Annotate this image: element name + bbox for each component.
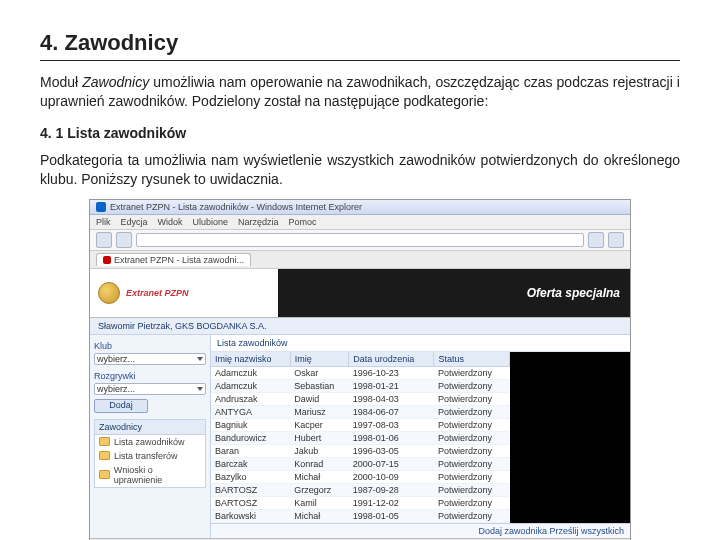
table-area: Imię nazwiskoImięData urodzeniaStatus Ad…	[211, 352, 510, 523]
table-row[interactable]: BandurowiczHubert1998-01-06Potwierdzony	[211, 431, 510, 444]
klub-select[interactable]: wybierz...	[94, 353, 206, 365]
table-header[interactable]: Data urodzenia	[349, 352, 434, 367]
table-row[interactable]: BARTOSZGrzegorz1987-09-28Potwierdzony	[211, 483, 510, 496]
menu-edit[interactable]: Edycja	[121, 217, 148, 227]
menu-view[interactable]: Widok	[158, 217, 183, 227]
rozgrywki-label: Rozgrywki	[94, 369, 206, 383]
menu-tools[interactable]: Narzędzia	[238, 217, 279, 227]
pzpn-logo-icon	[98, 282, 120, 304]
sidebar-item-requests[interactable]: Wnioski o uprawnienie	[95, 463, 205, 487]
tab-strip: Extranet PZPN - Lista zawodni...	[90, 251, 630, 269]
refresh-button[interactable]	[588, 232, 604, 248]
browser-tab[interactable]: Extranet PZPN - Lista zawodni...	[96, 253, 251, 266]
sidebar-section: Zawodnicy Lista zawodników Lista transfe…	[94, 419, 206, 488]
breadcrumb: Sławomir Pietrzak, GKS BOGDANKA S.A.	[90, 318, 630, 335]
site-banner: Extranet PZPN Oferta specjalna	[90, 269, 630, 318]
section-heading: 4. Zawodnicy	[40, 30, 680, 61]
sidebar-item-list[interactable]: Lista zawodników	[95, 435, 205, 449]
menubar[interactable]: Plik Edycja Widok Ulubione Narzędzia Pom…	[90, 215, 630, 230]
back-button[interactable]	[96, 232, 112, 248]
preview-panel	[510, 352, 630, 523]
window-title: Extranet PZPN - Lista zawodników - Windo…	[110, 202, 362, 212]
ad-banner[interactable]: Oferta specjalna	[278, 269, 630, 317]
table-row[interactable]: AdamczukSebastian1998-01-21Potwierdzony	[211, 379, 510, 392]
window-titlebar: Extranet PZPN - Lista zawodników - Windo…	[90, 200, 630, 215]
address-bar[interactable]	[136, 233, 584, 247]
table-header[interactable]: Status	[434, 352, 510, 367]
table-row[interactable]: AdamczukOskar1996-10-23Potwierdzony	[211, 366, 510, 379]
table-footer[interactable]: Dodaj zawodnika Prześlij wszystkich	[211, 523, 630, 538]
intro-paragraph: Moduł Zawodnicy umożliwia nam operowanie…	[40, 73, 680, 111]
ad-title: Oferta specjalna	[527, 286, 620, 300]
subsection-heading: 4. 1 Lista zawodników	[40, 125, 680, 141]
table-row[interactable]: BarkowskiMichał1998-01-05Potwierdzony	[211, 509, 510, 522]
table-row[interactable]: BaranJakub1996-03-05Potwierdzony	[211, 444, 510, 457]
folder-icon	[99, 470, 110, 479]
sidebar-item-transfers[interactable]: Lista transferów	[95, 449, 205, 463]
stop-button[interactable]	[608, 232, 624, 248]
table-row[interactable]: BagniukKacper1997-08-03Potwierdzony	[211, 418, 510, 431]
subsection-paragraph: Podkategoria ta umożliwia nam wyświetlen…	[40, 151, 680, 189]
brand-area: Extranet PZPN	[90, 269, 278, 317]
forward-button[interactable]	[116, 232, 132, 248]
table-row[interactable]: ANTYGAMariusz1984-06-07Potwierdzony	[211, 405, 510, 418]
table-row[interactable]: BazylkoMichał2000-10-09Potwierdzony	[211, 470, 510, 483]
folder-icon	[99, 437, 110, 446]
table-row[interactable]: AndruszakDawid1998-04-03Potwierdzony	[211, 392, 510, 405]
players-table: Imię nazwiskoImięData urodzeniaStatus Ad…	[211, 352, 510, 523]
menu-fav[interactable]: Ulubione	[193, 217, 229, 227]
brand-name: Extranet PZPN	[126, 288, 189, 298]
add-button[interactable]: Dodaj	[94, 399, 148, 413]
embedded-screenshot: Extranet PZPN - Lista zawodników - Windo…	[89, 199, 631, 540]
nav-toolbar	[90, 230, 630, 251]
klub-label: Klub	[94, 339, 206, 353]
menu-file[interactable]: Plik	[96, 217, 111, 227]
content-area: Klub wybierz... Rozgrywki wybierz... Dod…	[90, 335, 630, 538]
sidebar-section-header: Zawodnicy	[95, 420, 205, 435]
main-title: Lista zawodników	[211, 335, 630, 352]
table-row[interactable]: BarczakKonrad2000-07-15Potwierdzony	[211, 457, 510, 470]
chevron-down-icon	[197, 387, 203, 391]
main-panel: Lista zawodników Imię nazwiskoImięData u…	[211, 335, 630, 538]
table-row[interactable]: BARTOSZKamil1991-12-02Potwierdzony	[211, 496, 510, 509]
tab-title: Extranet PZPN - Lista zawodni...	[114, 255, 244, 265]
ie-icon	[96, 202, 106, 212]
sidebar: Klub wybierz... Rozgrywki wybierz... Dod…	[90, 335, 211, 538]
rozgrywki-select[interactable]: wybierz...	[94, 383, 206, 395]
table-header[interactable]: Imię	[290, 352, 348, 367]
menu-help[interactable]: Pomoc	[289, 217, 317, 227]
chevron-down-icon	[197, 357, 203, 361]
table-header[interactable]: Imię nazwisko	[211, 352, 290, 367]
pzpn-favicon	[103, 256, 111, 264]
folder-icon	[99, 451, 110, 460]
